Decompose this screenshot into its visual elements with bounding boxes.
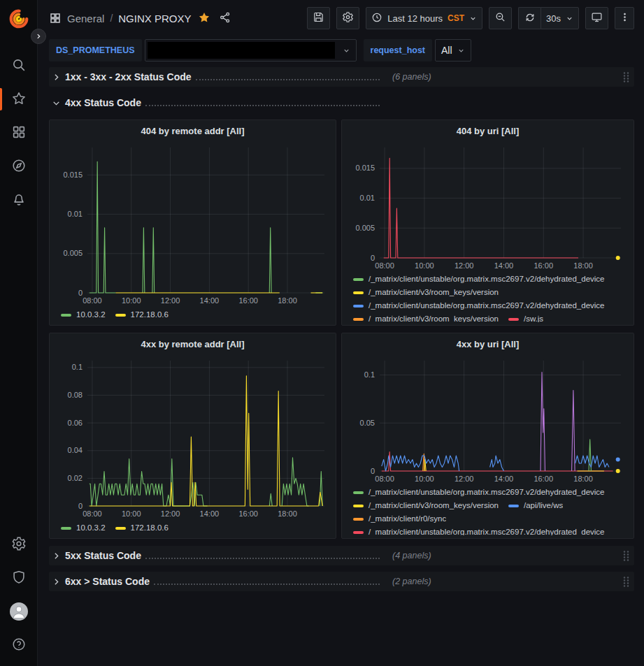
legend-label: /_matrix/client/v3/room_keys/version	[368, 312, 499, 322]
legend-item[interactable]: /api/live/ws	[508, 499, 563, 512]
legend-item[interactable]: 172.18.0.6	[115, 308, 169, 321]
sidebar-item-profile[interactable]	[0, 595, 38, 628]
dotted-leader	[145, 101, 380, 106]
variable-label-ds[interactable]: DS_PROMETHEUS	[49, 39, 142, 61]
legend-label: /_matrix/client/unstable/org.matrix.msc2…	[368, 299, 605, 312]
svg-text:0.005: 0.005	[355, 224, 375, 232]
variable-value-text: All	[441, 45, 452, 56]
legend-item[interactable]: /_matrix/client/unstable/org.matrix.msc2…	[353, 486, 605, 499]
legend-item[interactable]: /_matrix/client/unstable/org.matrix.msc2…	[353, 526, 605, 535]
share-alt-icon	[219, 11, 231, 26]
kebab-menu-icon	[620, 12, 630, 24]
refresh-interval-button[interactable]: 30s	[541, 7, 579, 29]
svg-text:10:00: 10:00	[122, 296, 141, 305]
timeseries-chart-404-uri[interactable]: 00.0050.010.01508:0010:0012:0014:0016:00…	[348, 140, 627, 271]
gear-icon	[342, 11, 354, 25]
sidebar-item-help[interactable]	[0, 628, 38, 662]
timeseries-chart-404-remote-addr[interactable]: 00.0050.010.01508:0010:0012:0014:0016:00…	[55, 140, 330, 307]
legend-swatch	[115, 527, 126, 530]
legend-item[interactable]: /_matrix/client/v3/room_keys/version	[353, 499, 499, 512]
panel-title[interactable]: 404 by uri [All]	[348, 124, 628, 140]
legend-label: 10.0.3.2	[76, 308, 106, 321]
legend-item[interactable]: 10.0.3.2	[61, 308, 106, 321]
svg-text:14:00: 14:00	[494, 475, 514, 483]
variable-ds-prometheus: DS_PROMETHEUS	[49, 39, 357, 61]
sidebar-item-starred[interactable]	[0, 82, 38, 116]
svg-text:16:00: 16:00	[534, 261, 553, 270]
help-icon	[11, 637, 27, 654]
user-avatar	[10, 602, 28, 621]
dashboard-settings-button[interactable]	[336, 7, 359, 29]
row-drag-handle[interactable]	[622, 576, 630, 588]
row-header-6xx[interactable]: 6xx > Status Code (2 panels)	[49, 572, 634, 591]
legend-label: 172.18.0.6	[131, 521, 169, 535]
panel-404-by-uri: 404 by uri [All] 00.0050.010.01508:0010:…	[341, 120, 634, 326]
legend-swatch	[353, 291, 364, 294]
refresh-button[interactable]	[518, 7, 541, 29]
row-drag-handle[interactable]	[622, 71, 630, 83]
legend-item[interactable]: /_matrix/client/unstable/org.matrix.msc2…	[353, 299, 605, 312]
panel-legend: /_matrix/client/unstable/org.matrix.msc2…	[348, 271, 628, 322]
zoom-out-button[interactable]	[489, 7, 512, 29]
sidebar-item-configuration[interactable]	[0, 528, 38, 561]
search-icon	[11, 57, 27, 75]
sidebar-item-server-admin[interactable]	[0, 561, 38, 595]
legend-item[interactable]: /_matrix/client/v3/room_keys/version	[353, 286, 499, 299]
svg-text:14:00: 14:00	[200, 296, 220, 305]
chevron-right-icon	[52, 551, 61, 560]
legend-item[interactable]: 172.18.0.6	[115, 521, 169, 535]
row-header-5xx[interactable]: 5xx Status Code (4 panels)	[49, 546, 634, 565]
breadcrumb-section[interactable]: General	[67, 13, 104, 24]
panel-title[interactable]: 4xx by uri [All]	[348, 337, 628, 354]
variable-value-request-host-dropdown[interactable]: All	[435, 39, 471, 61]
sidebar-item-alerting[interactable]	[0, 183, 38, 217]
svg-text:0.08: 0.08	[68, 391, 83, 399]
sidebar-top-items	[0, 49, 38, 217]
dotted-leader	[154, 579, 380, 585]
dotted-leader	[145, 553, 380, 559]
sidebar-item-dashboards[interactable]	[0, 116, 38, 150]
svg-text:0.015: 0.015	[355, 164, 375, 172]
row-header-4xx[interactable]: 4xx Status Code	[49, 93, 634, 113]
svg-text:08:00: 08:00	[83, 296, 102, 305]
breadcrumb: General / NGINX PROXY	[49, 10, 233, 27]
svg-text:0.01: 0.01	[68, 210, 83, 218]
time-range-picker[interactable]: Last 12 hours CST	[366, 7, 482, 29]
legend-item[interactable]: /sw.js	[508, 312, 543, 322]
row-header-1xx[interactable]: 1xx - 3xx - 2xx Status Code (6 panels)	[49, 67, 634, 87]
sidebar-expand-button[interactable]	[31, 29, 46, 44]
save-dashboard-button[interactable]	[307, 7, 330, 29]
share-button[interactable]	[217, 10, 233, 27]
row-title: 5xx Status Code	[65, 550, 141, 561]
panel-title[interactable]: 404 by remote addr [All]	[55, 124, 330, 140]
svg-text:14:00: 14:00	[494, 261, 514, 270]
sidebar-item-search[interactable]	[0, 49, 38, 82]
legend-item[interactable]: /_matrix/client/unstable/org.matrix.msc2…	[353, 273, 605, 286]
sidebar-item-explore[interactable]	[0, 150, 38, 183]
tv-mode-button[interactable]	[585, 7, 608, 29]
variable-value-ds-dropdown[interactable]	[145, 39, 357, 61]
legend-label: 172.18.0.6	[131, 308, 169, 321]
row-panel-count: (2 panels)	[392, 577, 431, 586]
grafana-logo[interactable]	[8, 8, 29, 29]
favorite-star-button[interactable]	[196, 10, 212, 27]
legend-swatch	[353, 278, 364, 281]
panel-title[interactable]: 4xx by remote addr [All]	[55, 337, 330, 354]
legend-item[interactable]: /_matrix/client/v3/room_keys/version	[353, 312, 499, 322]
timeseries-chart-4xx-uri[interactable]: 00.050.108:0010:0012:0014:0016:0018:00	[348, 354, 627, 484]
svg-text:0: 0	[78, 502, 83, 510]
chevron-down-icon	[469, 15, 477, 22]
more-options-button[interactable]	[615, 7, 634, 29]
svg-text:16:00: 16:00	[238, 509, 258, 518]
variable-label-request-host[interactable]: request_host	[364, 39, 433, 61]
panel-legend: 10.0.3.2172.18.0.6	[55, 520, 330, 535]
legend-swatch	[115, 314, 126, 317]
svg-text:10:00: 10:00	[415, 261, 434, 270]
timeseries-chart-4xx-remote-addr[interactable]: 00.020.040.060.080.108:0010:0012:0014:00…	[55, 354, 330, 520]
legend-item[interactable]: /_matrix/client/r0/sync	[353, 512, 446, 526]
time-range-label: Last 12 hours	[387, 13, 443, 24]
dashboard-submenu: DS_PROMETHEUS request_host All	[49, 36, 634, 64]
row-drag-handle[interactable]	[622, 550, 630, 562]
legend-item[interactable]: 10.0.3.2	[61, 521, 106, 535]
legend-label: /_matrix/client/unstable/org.matrix.msc2…	[368, 486, 605, 499]
